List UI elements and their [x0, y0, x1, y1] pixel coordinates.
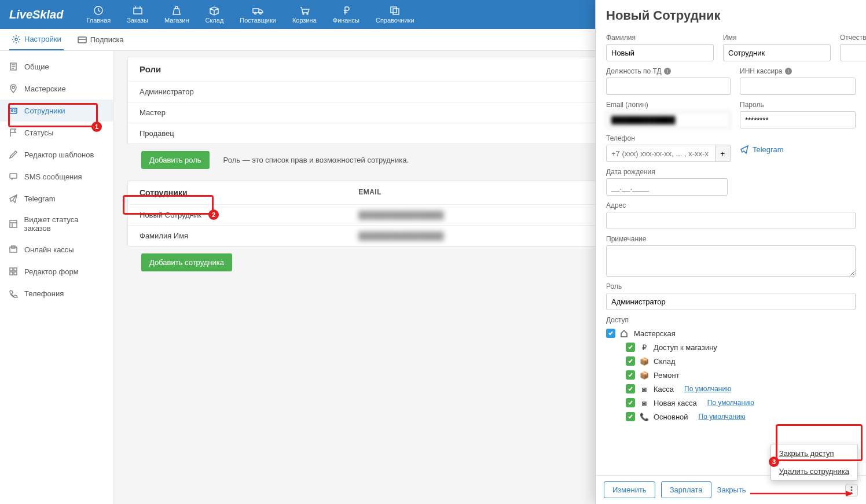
- nav-finance[interactable]: Финансы: [333, 5, 359, 24]
- nav-refs-label: Справочники: [376, 17, 414, 24]
- lbl-password: Пароль: [740, 101, 856, 109]
- svg-point-14: [12, 110, 13, 112]
- input-lastname[interactable]: [606, 44, 714, 61]
- phone-icon: [8, 288, 19, 299]
- tab-settings-label: Настройки: [24, 35, 61, 43]
- menu-close-access[interactable]: Закрыть доступ: [771, 444, 857, 462]
- tab-settings[interactable]: Настройки: [9, 30, 64, 50]
- stack-icon: [388, 5, 401, 16]
- doc-icon: [8, 61, 19, 72]
- access-item-label: Ремонт: [654, 371, 680, 380]
- access-root[interactable]: Мастерская: [606, 326, 856, 340]
- menu-delete-employee[interactable]: Удалить сотрудника: [771, 462, 857, 480]
- sidebar-item-telegram[interactable]: Telegram: [0, 187, 113, 209]
- sidebar: Общие Мастерские Сотрудники Статусы Реда…: [0, 51, 113, 504]
- lbl-inn: ИНН кассираi: [740, 67, 856, 75]
- users-icon: [8, 105, 19, 116]
- svg-rect-1: [134, 8, 142, 14]
- access-item[interactable]: ◙ Касса По умолчанию: [626, 382, 856, 396]
- sidebar-item-cashbox[interactable]: Онлайн кассы: [0, 238, 113, 260]
- checkbox-icon[interactable]: [626, 384, 635, 393]
- arrow-annotation: [750, 488, 854, 499]
- input-firstname[interactable]: [723, 44, 831, 61]
- access-item[interactable]: ◙ Новая касса По умолчанию: [626, 396, 856, 410]
- input-inn[interactable]: [740, 78, 856, 95]
- access-item[interactable]: 📦 Ремонт: [626, 368, 856, 382]
- access-item[interactable]: 📞 Основной По умолчанию: [626, 410, 856, 424]
- sidebar-item-telephony[interactable]: Телефония: [0, 282, 113, 304]
- input-password[interactable]: [740, 111, 856, 128]
- input-note[interactable]: [606, 245, 856, 277]
- sidebar-item-templates[interactable]: Редактор шаблонов: [0, 144, 113, 165]
- access-type-icon: ₽: [640, 343, 649, 352]
- employee-email: ████████████████: [358, 211, 621, 219]
- access-item[interactable]: ₽ Доступ к магазину: [626, 340, 856, 354]
- checkbox-icon[interactable]: [626, 412, 635, 421]
- lbl-firstname: Имя: [723, 34, 831, 42]
- access-type-icon: 📦: [640, 371, 649, 380]
- nav-suppliers[interactable]: Поставщики: [240, 5, 276, 24]
- lbl-note: Примечание: [606, 235, 856, 243]
- svg-rect-15: [10, 174, 17, 178]
- checkbox-icon[interactable]: [626, 356, 635, 366]
- tab-subscription[interactable]: Подписка: [75, 30, 126, 49]
- default-link[interactable]: По умолчанию: [699, 413, 746, 421]
- sidebar-item-label: Телефония: [24, 289, 64, 298]
- input-role[interactable]: [606, 293, 856, 310]
- nav-finance-label: Финансы: [333, 17, 359, 24]
- tab-subscription-label: Подписка: [90, 35, 124, 44]
- default-link[interactable]: По умолчанию: [707, 399, 754, 407]
- sidebar-item-widget[interactable]: Виджет статуса заказов: [0, 209, 113, 238]
- input-patronymic[interactable]: [840, 44, 866, 61]
- sidebar-item-formeditor[interactable]: Редактор форм: [0, 260, 113, 282]
- input-phone[interactable]: [606, 145, 715, 162]
- svg-rect-20: [14, 268, 17, 271]
- svg-point-12: [12, 86, 14, 89]
- svg-rect-22: [14, 272, 17, 275]
- add-role-button[interactable]: Добавить роль: [141, 151, 210, 169]
- sidebar-item-general[interactable]: Общие: [0, 56, 113, 78]
- nav-cart[interactable]: Корзина: [292, 5, 317, 24]
- telegram-link[interactable]: Telegram: [740, 145, 856, 154]
- input-dob[interactable]: [606, 178, 728, 196]
- sidebar-item-label: Онлайн кассы: [24, 245, 74, 254]
- input-position[interactable]: [606, 78, 731, 95]
- lbl-address: Адрес: [606, 201, 856, 209]
- checkbox-icon[interactable]: [626, 343, 635, 352]
- input-email[interactable]: [606, 111, 731, 128]
- employee-email: ████████████████: [358, 231, 621, 240]
- checkbox-icon[interactable]: [626, 398, 635, 407]
- input-address[interactable]: [606, 212, 856, 229]
- send-icon: [740, 145, 749, 154]
- nav-refs[interactable]: Справочники: [376, 5, 414, 24]
- close-button[interactable]: Закрыть: [717, 485, 746, 494]
- nav-warehouse[interactable]: Склад: [205, 5, 223, 24]
- employee-drawer: Новый Сотрудник Фамилия Имя Отчество Дол…: [595, 0, 866, 504]
- flag-icon: [8, 127, 19, 138]
- access-item[interactable]: 📦 Склад: [626, 354, 856, 368]
- lbl-dob: Дата рождения: [606, 168, 728, 176]
- add-employee-button[interactable]: Добавить сотрудника: [141, 253, 232, 271]
- home-icon: [620, 329, 629, 337]
- checkbox-icon[interactable]: [626, 370, 635, 380]
- salary-button[interactable]: Зарплата: [661, 481, 711, 498]
- sidebar-item-workshops[interactable]: Мастерские: [0, 78, 113, 100]
- sidebar-item-label: Мастерские: [24, 84, 66, 93]
- checkbox-icon[interactable]: [606, 329, 615, 338]
- sidebar-item-employees[interactable]: Сотрудники: [0, 100, 113, 122]
- sidebar-item-label: Виджет статуса заказов: [24, 215, 105, 233]
- svg-point-3: [254, 13, 256, 14]
- context-menu: Закрыть доступ Удалить сотрудника: [770, 444, 858, 481]
- add-phone-button[interactable]: +: [715, 145, 731, 162]
- svg-point-9: [15, 38, 17, 41]
- info-icon: i: [785, 68, 792, 75]
- default-link[interactable]: По умолчанию: [684, 385, 731, 393]
- edit-button[interactable]: Изменить: [604, 481, 655, 498]
- sidebar-item-sms[interactable]: SMS сообщения: [0, 165, 113, 187]
- nav-orders[interactable]: Заказы: [127, 5, 148, 24]
- nav-warehouse-label: Склад: [205, 17, 223, 24]
- nav-shop[interactable]: Магазин: [164, 5, 189, 24]
- nav-home[interactable]: Главная: [86, 5, 111, 24]
- logo: LiveSklad: [9, 8, 63, 21]
- send-icon: [8, 193, 19, 204]
